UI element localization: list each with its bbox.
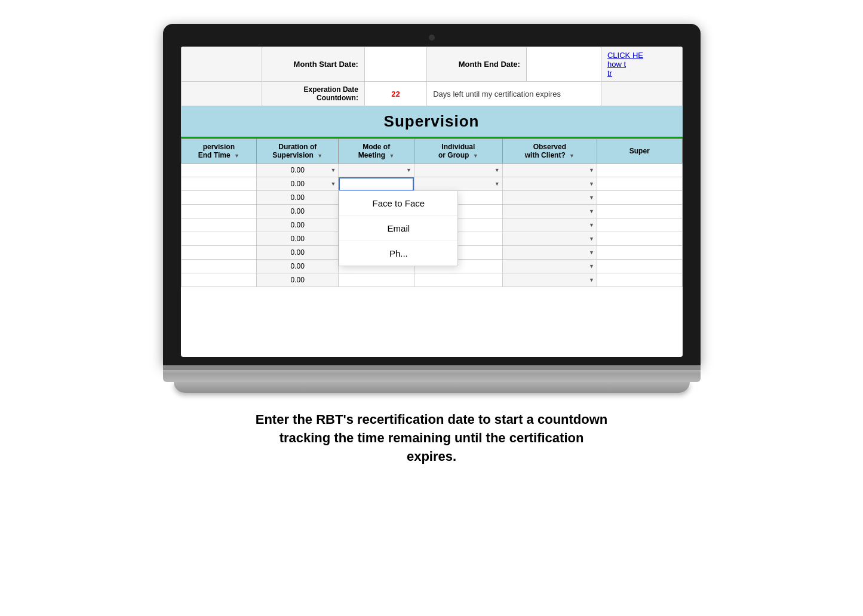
caption-line1: Enter the RBT's recertification date to … xyxy=(256,412,608,427)
dropdown-arrow-mode-1[interactable]: ▼ xyxy=(406,167,411,173)
cell-end-time-2 xyxy=(181,177,257,191)
cell-end-time-9 xyxy=(181,273,257,287)
countdown-row: Experation Date Countdown: 22 Days left … xyxy=(181,82,682,106)
dropdown-arrow-ind-2[interactable]: ▼ xyxy=(495,181,500,187)
cell-duration-3: 0.00 xyxy=(257,191,339,205)
caption-line3: expires. xyxy=(407,449,456,464)
table-row: 0.00 ▼ xyxy=(181,273,682,287)
cell-super-6 xyxy=(597,232,683,246)
laptop-container: Month Start Date: Month End Date: CLICK … xyxy=(163,24,701,393)
laptop-hinge xyxy=(163,365,701,370)
cell-super-7 xyxy=(597,246,683,260)
cell-duration-8: 0.00 xyxy=(257,260,339,273)
cell-duration-9: 0.00 xyxy=(257,273,339,287)
cell-duration-2: 0.00 ▼ xyxy=(257,177,339,191)
col-duration-label: Duration of Supervision xyxy=(272,143,317,159)
dropdown-item-phone[interactable]: Ph... xyxy=(339,241,457,266)
cell-super-1 xyxy=(597,164,683,177)
cell-duration-7: 0.00 xyxy=(257,246,339,260)
dropdown-arrow-2[interactable]: ▼ xyxy=(330,181,336,187)
filter-icon-mode[interactable]: ▼ xyxy=(389,153,395,159)
cell-super-2 xyxy=(597,177,683,191)
cell-super-8 xyxy=(597,260,683,273)
cell-mode-9[interactable] xyxy=(339,273,414,287)
laptop-base xyxy=(163,365,701,382)
col-super: Super xyxy=(597,139,683,164)
col-individual-group: Individualor Group ▼ xyxy=(414,139,502,164)
supervision-table: pervisionEnd Time ▼ Duration of Supervis… xyxy=(181,138,683,287)
cell-end-time-5 xyxy=(181,218,257,232)
cell-mode-1[interactable]: ▼ xyxy=(339,164,414,177)
dropdown-arrow-obs-4[interactable]: ▼ xyxy=(589,208,594,214)
cell-duration-6: 0.00 xyxy=(257,232,339,246)
filter-icon-observed[interactable]: ▼ xyxy=(569,153,575,159)
table-row: 0.00 ▼ ▼ ▼ ▼ xyxy=(181,164,682,177)
dropdown-arrow-obs-8[interactable]: ▼ xyxy=(589,263,594,269)
cell-end-time-6 xyxy=(181,232,257,246)
mode-dropdown-menu: Face to Face Email Ph... xyxy=(339,190,458,266)
cell-observed-1[interactable]: ▼ xyxy=(502,164,597,177)
cell-individual-2[interactable]: ▼ xyxy=(414,177,502,191)
dropdown-arrow-obs-9[interactable]: ▼ xyxy=(589,277,594,283)
dropdown-item-email[interactable]: Email xyxy=(339,216,457,241)
cell-observed-6[interactable]: ▼ xyxy=(502,232,597,246)
empty-cell-1 xyxy=(181,47,262,82)
dropdown-arrow-obs-5[interactable]: ▼ xyxy=(589,222,594,228)
countdown-text: Days left until my certification expires xyxy=(427,82,601,106)
countdown-number: 22 xyxy=(364,82,426,106)
click-here-cell[interactable]: CLICK HE how t tr xyxy=(601,47,682,82)
col-observed: Observedwith Client? ▼ xyxy=(502,139,597,164)
cell-duration-1: 0.00 ▼ xyxy=(257,164,339,177)
empty-cell-2 xyxy=(181,82,262,106)
cell-end-time-8 xyxy=(181,260,257,273)
filter-icon-endtime[interactable]: ▼ xyxy=(234,153,239,159)
date-row: Month Start Date: Month End Date: CLICK … xyxy=(181,47,682,82)
month-start-label: Month Start Date: xyxy=(262,47,364,82)
caption-text: Enter the RBT's recertification date to … xyxy=(256,411,608,466)
empty-cell-3 xyxy=(601,82,682,106)
cell-observed-7[interactable]: ▼ xyxy=(502,246,597,260)
month-end-value[interactable] xyxy=(526,47,601,82)
dropdown-arrow-ind-1[interactable]: ▼ xyxy=(495,167,500,173)
month-start-value[interactable] xyxy=(364,47,426,82)
table-header-row: pervisionEnd Time ▼ Duration of Supervis… xyxy=(181,139,682,164)
dropdown-arrow-obs-2[interactable]: ▼ xyxy=(589,181,594,187)
laptop-screen: Month Start Date: Month End Date: CLICK … xyxy=(181,47,683,357)
cell-individual-1[interactable]: ▼ xyxy=(414,164,502,177)
cell-duration-4: 0.00 xyxy=(257,205,339,218)
dropdown-arrow-obs-1[interactable]: ▼ xyxy=(589,167,594,173)
dropdown-arrow-obs-6[interactable]: ▼ xyxy=(589,236,594,242)
cell-end-time-1 xyxy=(181,164,257,177)
dropdown-arrow-obs-7[interactable]: ▼ xyxy=(589,250,594,255)
spreadsheet: Month Start Date: Month End Date: CLICK … xyxy=(181,47,683,287)
col-mode: Mode ofMeeting ▼ xyxy=(339,139,414,164)
dropdown-item-face-to-face[interactable]: Face to Face xyxy=(339,191,457,215)
caption-line2: tracking the time remaining until the ce… xyxy=(280,430,584,445)
cell-observed-5[interactable]: ▼ xyxy=(502,218,597,232)
cell-observed-2[interactable]: ▼ xyxy=(502,177,597,191)
filter-icon-individual[interactable]: ▼ xyxy=(473,153,478,159)
cell-mode-2-selected[interactable]: Face to Face Email Ph... xyxy=(339,177,414,191)
laptop-camera xyxy=(429,35,435,41)
click-here-line1: CLICK HE xyxy=(607,51,643,60)
filter-icon-duration[interactable]: ▼ xyxy=(317,153,323,159)
col-duration: Duration of Supervision ▼ xyxy=(257,139,339,164)
cell-observed-3[interactable]: ▼ xyxy=(502,191,597,205)
click-here-line3: tr xyxy=(607,69,612,78)
supervision-header: Supervision xyxy=(181,106,683,137)
cell-observed-8[interactable]: ▼ xyxy=(502,260,597,273)
top-section-table: Month Start Date: Month End Date: CLICK … xyxy=(181,47,683,106)
cell-end-time-4 xyxy=(181,205,257,218)
cell-duration-5: 0.00 xyxy=(257,218,339,232)
cell-observed-4[interactable]: ▼ xyxy=(502,205,597,218)
dropdown-arrow-obs-3[interactable]: ▼ xyxy=(589,195,594,201)
col-end-time: pervisionEnd Time ▼ xyxy=(181,139,257,164)
cell-super-5 xyxy=(597,218,683,232)
cell-observed-9[interactable]: ▼ xyxy=(502,273,597,287)
laptop-foot xyxy=(174,382,690,393)
dropdown-arrow-1[interactable]: ▼ xyxy=(330,167,336,173)
cell-individual-9[interactable] xyxy=(414,273,502,287)
click-here-line2: how t xyxy=(607,60,626,69)
cell-end-time-3 xyxy=(181,191,257,205)
table-row: 0.00 ▼ Face to Face Email xyxy=(181,177,682,191)
